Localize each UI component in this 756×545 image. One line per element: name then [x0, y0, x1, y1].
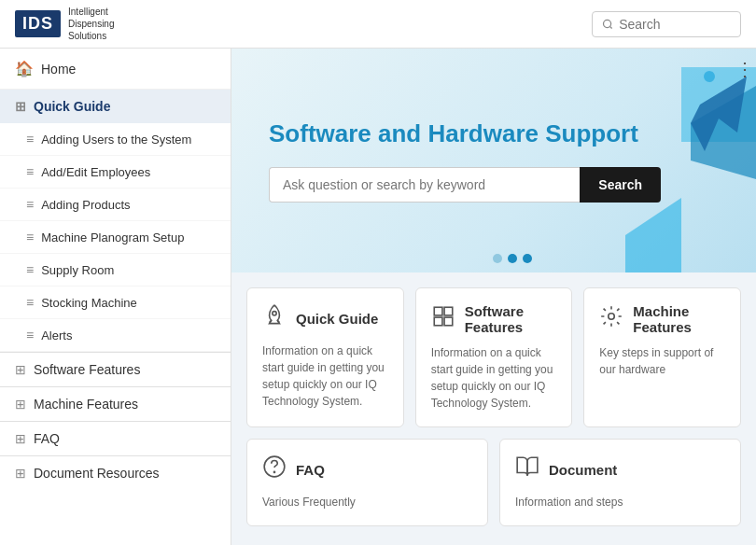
logo-area: IDS Intelligent Dispensing Solutions	[15, 6, 115, 42]
sidebar-item-label-4: Machine Planogram Setup	[41, 231, 184, 245]
card-faq-desc: Various Frequently	[262, 494, 472, 510]
doc-icon-3: ≡	[26, 197, 34, 212]
sidebar-item-home[interactable]: 🏠 Home	[0, 49, 231, 90]
sidebar-document-resources-label: Document Resources	[34, 466, 160, 481]
sidebar-item-label-3: Adding Products	[41, 198, 130, 212]
logo-line2: Dispensing	[68, 18, 114, 30]
cards-row-1: Quick Guide Information on a quick start…	[246, 287, 741, 427]
faq-icon: ⊞	[15, 431, 26, 446]
sidebar-item-label-2: Add/Edit Employees	[41, 165, 150, 179]
sidebar-item-supply-room[interactable]: ≡ Supply Room	[0, 254, 231, 286]
doc-icon-6: ≡	[26, 295, 34, 310]
sidebar-item-adding-products[interactable]: ≡ Adding Products	[0, 189, 231, 221]
software-features-icon: ⊞	[15, 362, 26, 377]
logo-text: Intelligent Dispensing Solutions	[68, 6, 114, 42]
doc-icon-7: ≡	[26, 328, 34, 342]
carousel-dot-2[interactable]	[508, 254, 517, 263]
sidebar: 🏠 Home ⊞ Quick Guide ≡ Adding Users to t…	[0, 49, 231, 545]
carousel-dot-1[interactable]	[493, 254, 502, 263]
book-icon	[515, 454, 539, 484]
svg-rect-10	[434, 317, 442, 326]
svg-point-0	[604, 20, 611, 27]
svg-marker-5	[625, 198, 681, 272]
sidebar-software-features-label: Software Features	[34, 362, 140, 377]
sidebar-home-label: Home	[41, 62, 76, 77]
sidebar-item-label-1: Adding Users to the System	[41, 133, 191, 147]
cards-section: Quick Guide Information on a quick start…	[231, 272, 756, 541]
sidebar-section-machine-features[interactable]: ⊞ Machine Features	[0, 386, 231, 421]
sidebar-item-stocking-machine[interactable]: ≡ Stocking Machine	[0, 286, 231, 319]
card-machine-features[interactable]: Machine Features Key steps in support of…	[583, 287, 741, 427]
sidebar-section-software-features[interactable]: ⊞ Software Features	[0, 352, 231, 386]
card-machine-features-header: Machine Features	[599, 303, 725, 335]
document-resources-icon: ⊞	[15, 466, 26, 481]
logo-line3: Solutions	[68, 30, 114, 42]
grid-icon	[431, 304, 455, 334]
card-quick-guide[interactable]: Quick Guide Information on a quick start…	[246, 287, 404, 427]
card-software-features[interactable]: Software Features Information on a quick…	[415, 287, 573, 427]
card-software-features-title: Software Features	[465, 303, 557, 335]
card-machine-features-desc: Key steps in support of our hardware	[599, 344, 725, 378]
header-search-input[interactable]	[619, 17, 731, 32]
hero-decoration	[569, 49, 756, 272]
header-right	[592, 11, 741, 37]
doc-icon-2: ≡	[26, 164, 34, 179]
carousel-dot-3[interactable]	[523, 254, 532, 263]
svg-rect-9	[444, 307, 453, 315]
hero-banner: Software and Hardware Support Search	[231, 49, 756, 272]
doc-icon-5: ≡	[26, 262, 34, 277]
logo-line1: Intelligent	[68, 6, 114, 18]
doc-icon-1: ≡	[26, 132, 34, 147]
sidebar-item-label-5: Supply Room	[41, 263, 114, 277]
sidebar-section-faq[interactable]: ⊞ FAQ	[0, 421, 231, 455]
hero-title: Software and Hardware Support	[269, 119, 719, 148]
header: IDS Intelligent Dispensing Solutions	[0, 0, 756, 49]
card-quick-guide-title: Quick Guide	[296, 311, 378, 327]
search-icon	[602, 18, 613, 31]
svg-rect-11	[444, 317, 453, 326]
gear-icon	[599, 304, 623, 334]
svg-point-12	[609, 314, 615, 320]
dots-menu[interactable]: ⋮	[735, 58, 754, 80]
card-software-features-header: Software Features	[431, 303, 557, 335]
svg-point-7	[273, 312, 276, 315]
sidebar-machine-features-label: Machine Features	[34, 397, 138, 412]
card-document-header: Document	[515, 454, 725, 484]
hero-search-button[interactable]: Search	[580, 167, 661, 203]
quick-guide-icon: ⊞	[15, 99, 26, 114]
rocket-icon	[262, 303, 287, 333]
svg-line-1	[609, 26, 611, 28]
sidebar-item-adding-users[interactable]: ≡ Adding Users to the System	[0, 123, 231, 156]
card-faq[interactable]: FAQ Various Frequently	[246, 439, 488, 526]
header-search-bar[interactable]	[592, 11, 741, 37]
sidebar-faq-label: FAQ	[34, 431, 60, 446]
home-icon: 🏠	[15, 60, 34, 77]
hero-search-input[interactable]	[269, 167, 580, 203]
sidebar-item-label-7: Alerts	[41, 328, 72, 342]
sidebar-item-label-6: Stocking Machine	[41, 296, 137, 310]
sidebar-item-machine-planogram[interactable]: ≡ Machine Planogram Setup	[0, 221, 231, 254]
card-document[interactable]: Document Information and steps	[499, 439, 741, 526]
sidebar-item-add-edit-employees[interactable]: ≡ Add/Edit Employees	[0, 156, 231, 189]
svg-rect-8	[434, 307, 442, 315]
card-machine-features-title: Machine Features	[633, 303, 725, 335]
card-software-features-desc: Information on a quick start guide in ge…	[431, 344, 557, 412]
sidebar-section-document-resources[interactable]: ⊞ Document Resources	[0, 455, 231, 490]
card-document-title: Document	[549, 462, 617, 478]
hero-search-area: Search	[269, 167, 661, 203]
card-quick-guide-header: Quick Guide	[262, 303, 388, 333]
sidebar-quick-guide-label: Quick Guide	[34, 99, 110, 114]
sidebar-section-quick-guide[interactable]: ⊞ Quick Guide	[0, 90, 231, 123]
logo-box: IDS	[15, 10, 61, 37]
card-faq-title: FAQ	[296, 462, 325, 478]
card-faq-header: FAQ	[262, 454, 472, 484]
question-icon	[262, 454, 287, 484]
doc-icon-4: ≡	[26, 230, 34, 245]
svg-point-14	[273, 471, 274, 472]
card-quick-guide-desc: Information on a quick start guide in ge…	[262, 342, 388, 410]
card-document-desc: Information and steps	[515, 494, 725, 510]
main-content: ⋮ Software and Hardware Support Search	[231, 49, 756, 545]
layout: 🏠 Home ⊞ Quick Guide ≡ Adding Users to t…	[0, 49, 756, 545]
cards-row-2: FAQ Various Frequently Document	[246, 439, 741, 526]
sidebar-item-alerts[interactable]: ≡ Alerts	[0, 319, 231, 352]
